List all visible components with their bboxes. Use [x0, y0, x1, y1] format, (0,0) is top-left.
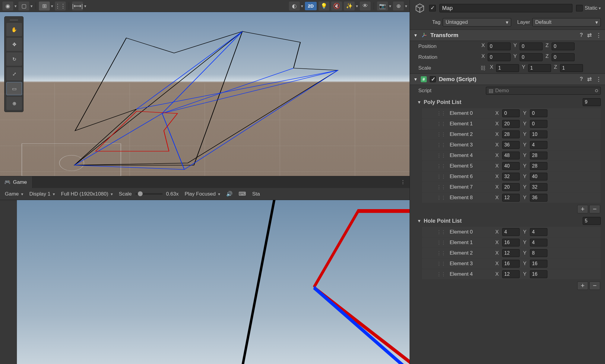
constrain-proportions-icon[interactable]: ⛓: [480, 65, 486, 71]
element-y-field[interactable]: [530, 228, 547, 236]
shading-mode-icon[interactable]: ◐: [289, 2, 300, 11]
element-y-field[interactable]: [530, 162, 547, 170]
drag-handle-icon[interactable]: ⋮⋮: [436, 229, 445, 235]
gizmos-icon[interactable]: ⊕: [393, 2, 404, 11]
element-y-field[interactable]: [530, 120, 547, 128]
drag-handle-icon[interactable]: ⋮⋮: [436, 163, 445, 169]
element-x-field[interactable]: [502, 249, 520, 257]
chevron-down-icon[interactable]: ▾: [405, 4, 407, 8]
scale-x-field[interactable]: [496, 64, 519, 72]
kebab-menu-icon[interactable]: ⋮: [596, 32, 601, 39]
hidden-objects-icon[interactable]: 👁: [360, 2, 371, 11]
static-checkbox[interactable]: [576, 5, 583, 11]
element-y-field[interactable]: [530, 183, 547, 191]
gameobject-name-field[interactable]: [439, 4, 572, 12]
scale-y-field[interactable]: [528, 64, 551, 72]
play-mode-select[interactable]: Play Focused▾: [182, 190, 223, 198]
chevron-down-icon[interactable]: ▾: [14, 4, 17, 8]
display-select[interactable]: Display 1▾: [27, 190, 57, 198]
foldout-icon[interactable]: ▼: [413, 33, 418, 38]
element-y-field[interactable]: [530, 173, 547, 180]
element-x-field[interactable]: [502, 109, 520, 117]
chevron-down-icon[interactable]: ▾: [30, 4, 33, 8]
element-y-field[interactable]: [530, 239, 547, 246]
element-y-field[interactable]: [530, 141, 547, 149]
drag-handle-icon[interactable]: ⋮⋮: [436, 142, 445, 148]
foldout-icon[interactable]: ▼: [417, 100, 421, 105]
rotation-x-field[interactable]: [488, 53, 511, 61]
game-viewport[interactable]: [0, 200, 410, 364]
grid-snap-icon[interactable]: ⊞: [39, 2, 50, 11]
drag-handle-icon[interactable]: ⋮⋮: [436, 261, 445, 267]
drag-handle-icon[interactable]: ⋮⋮: [436, 250, 445, 256]
scale-slider[interactable]: [135, 193, 163, 195]
drag-handle-icon[interactable]: ⋮⋮: [436, 184, 445, 190]
object-picker-icon[interactable]: [595, 89, 598, 92]
stats-label[interactable]: Sta: [250, 190, 262, 198]
keyboard-icon[interactable]: ⌨: [236, 191, 249, 197]
element-y-field[interactable]: [530, 270, 547, 278]
remove-element-button[interactable]: −: [589, 205, 600, 213]
drag-handle-icon[interactable]: ⋮⋮: [436, 121, 445, 127]
drag-handle-icon[interactable]: ⋮⋮: [436, 240, 445, 246]
layer-select[interactable]: Default▾: [532, 18, 601, 27]
kebab-menu-icon[interactable]: ⋮: [596, 76, 601, 83]
ruler-icon[interactable]: |⟷|: [72, 2, 83, 11]
hole-count-field[interactable]: [583, 217, 601, 225]
pivot-center-icon[interactable]: ◉: [2, 2, 13, 11]
chevron-down-icon[interactable]: ▾: [301, 4, 303, 8]
element-y-field[interactable]: [530, 194, 547, 202]
resolution-select[interactable]: Full HD (1920x1080)▾: [59, 190, 115, 198]
kebab-menu-icon[interactable]: ⋮: [396, 179, 410, 185]
tag-select[interactable]: Untagged▾: [443, 18, 511, 27]
element-x-field[interactable]: [502, 270, 520, 278]
element-x-field[interactable]: [502, 194, 520, 202]
game-tab[interactable]: 🎮 Game: [0, 176, 33, 188]
transform-component-header[interactable]: ▼ Transform ? ⇄ ⋮: [410, 30, 605, 41]
demo-component-header[interactable]: ▼ # Demo (Script) ? ⇄ ⋮: [410, 74, 605, 85]
component-enabled-checkbox[interactable]: [430, 76, 436, 82]
chevron-down-icon[interactable]: ▾: [84, 4, 86, 8]
element-x-field[interactable]: [502, 130, 520, 138]
audio-icon[interactable]: 🔇: [331, 2, 342, 11]
gameobject-cube-icon[interactable]: [414, 2, 426, 14]
element-x-field[interactable]: [502, 260, 520, 268]
speaker-icon[interactable]: 🔊: [224, 191, 235, 197]
foldout-icon[interactable]: ▼: [417, 218, 421, 223]
gameobject-active-checkbox[interactable]: [429, 5, 436, 11]
element-y-field[interactable]: [530, 249, 547, 257]
element-x-field[interactable]: [502, 228, 520, 236]
poly-count-field[interactable]: [583, 98, 601, 106]
drag-handle-icon[interactable]: ⋮⋮: [436, 131, 445, 138]
help-icon[interactable]: ?: [580, 32, 583, 39]
element-y-field[interactable]: [530, 130, 547, 138]
element-x-field[interactable]: [502, 141, 520, 149]
lighting-icon[interactable]: 💡: [318, 2, 329, 11]
chevron-down-icon[interactable]: ▾: [51, 4, 53, 8]
wireframe-icon[interactable]: ▢: [18, 2, 29, 11]
element-x-field[interactable]: [502, 120, 520, 128]
element-x-field[interactable]: [502, 152, 520, 159]
scene-viewport[interactable]: ✋ ✥ ↻ ⤢ ▭ ⊕: [0, 12, 410, 176]
drag-handle-icon[interactable]: ⋮⋮: [436, 174, 445, 180]
script-field[interactable]: ▤Demo: [486, 87, 601, 95]
add-element-button[interactable]: +: [577, 205, 588, 213]
add-element-button[interactable]: +: [577, 281, 588, 290]
element-y-field[interactable]: [530, 152, 547, 159]
scale-z-field[interactable]: [560, 64, 583, 72]
2d-toggle[interactable]: 2D: [305, 2, 317, 10]
position-x-field[interactable]: [488, 42, 511, 50]
foldout-icon[interactable]: ▼: [413, 77, 418, 82]
remove-element-button[interactable]: −: [589, 281, 600, 290]
game-select[interactable]: Game▾: [2, 190, 26, 198]
element-y-field[interactable]: [530, 260, 547, 268]
rotation-z-field[interactable]: [552, 53, 575, 61]
element-x-field[interactable]: [502, 239, 520, 246]
drag-handle-icon[interactable]: ⋮⋮: [436, 271, 445, 278]
help-icon[interactable]: ?: [580, 76, 583, 83]
position-y-field[interactable]: [520, 42, 543, 50]
position-z-field[interactable]: [552, 42, 575, 50]
snap-increment-icon[interactable]: ⋮⋮: [55, 2, 66, 11]
element-x-field[interactable]: [502, 162, 520, 170]
element-y-field[interactable]: [530, 109, 547, 117]
